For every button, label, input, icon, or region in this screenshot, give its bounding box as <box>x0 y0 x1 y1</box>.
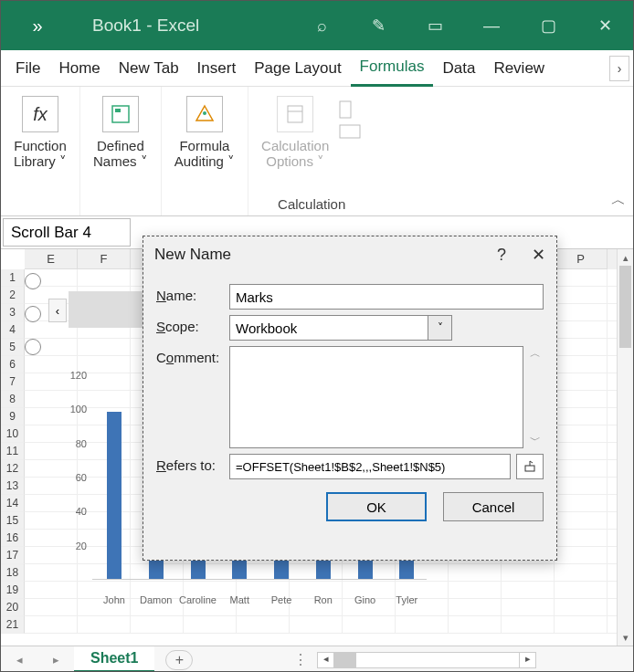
chart-x-label: Tyler <box>386 594 428 605</box>
row-header[interactable]: 8 <box>1 391 25 408</box>
range-selector-button[interactable] <box>516 454 544 479</box>
row-header[interactable]: 16 <box>1 530 25 547</box>
scroll-down-icon[interactable]: ▾ <box>618 629 633 646</box>
help-button[interactable]: ? <box>483 246 520 265</box>
scroll-right-icon[interactable]: ▸ <box>519 653 535 667</box>
ribbon-tab-insert[interactable]: Insert <box>188 51 246 86</box>
ribbon: fx Function Library ˅ Defined Names ˅ Fo… <box>1 87 633 216</box>
ribbon-overflow-button[interactable]: › <box>609 56 629 81</box>
row-header[interactable]: 2 <box>1 287 25 304</box>
chart-y-tick: 20 <box>56 541 87 551</box>
hscroll-thumb[interactable] <box>334 653 356 667</box>
sheet-nav-prev[interactable]: ◂ <box>1 653 37 667</box>
row-header[interactable]: 13 <box>1 478 25 495</box>
calc-now-icon[interactable] <box>334 92 367 173</box>
control-handle[interactable] <box>25 306 41 322</box>
column-header[interactable]: F <box>78 249 131 269</box>
row-header[interactable]: 9 <box>1 408 25 425</box>
row-header[interactable]: 11 <box>1 443 25 460</box>
row-header[interactable]: 7 <box>1 373 25 391</box>
name-label: Name: <box>156 284 229 303</box>
close-dialog-button[interactable]: ✕ <box>520 245 556 265</box>
defined-names-button[interactable]: Defined Names ˅ <box>88 92 153 173</box>
scrollbar-form-control[interactable]: ‹ <box>25 271 125 352</box>
scroll-left-icon[interactable]: ◂ <box>318 653 334 667</box>
maximize-button[interactable]: ▢ <box>520 1 576 50</box>
presentation-mode-icon[interactable]: ▭ <box>407 1 463 50</box>
calculation-options-button[interactable]: Calculation Options ˅ <box>256 92 334 173</box>
row-header[interactable]: 3 <box>1 304 25 321</box>
comment-textarea[interactable] <box>229 346 523 448</box>
svg-rect-1 <box>115 109 121 112</box>
control-handle[interactable] <box>25 273 41 289</box>
chart-y-tick: 60 <box>56 472 87 483</box>
scope-select[interactable]: Workbook ˅ <box>229 315 452 341</box>
row-header[interactable]: 14 <box>1 495 25 512</box>
chart-y-tick: 80 <box>56 438 87 449</box>
ribbon-tab-formulas[interactable]: Formulas <box>351 49 434 87</box>
chart-bar <box>107 412 122 579</box>
ribbon-tab-file[interactable]: File <box>6 51 49 86</box>
ribbon-tabs: FileHomeNew TabInsertPage LayoutFormulas… <box>1 50 633 87</box>
name-input[interactable] <box>229 284 544 310</box>
control-handle[interactable] <box>25 339 41 355</box>
scrollbar-left-arrow[interactable]: ‹ <box>48 299 67 322</box>
textarea-scrollbar[interactable]: ︿﹀ <box>527 346 544 448</box>
row-header[interactable]: 21 <box>1 616 25 634</box>
svg-rect-4 <box>288 106 302 122</box>
calculator-icon <box>277 96 313 132</box>
quick-access-chevron[interactable]: » <box>1 16 74 37</box>
ribbon-tab-review[interactable]: Review <box>484 51 554 86</box>
ribbon-tab-data[interactable]: Data <box>433 51 484 86</box>
refers-to-input[interactable] <box>229 454 511 479</box>
svg-rect-6 <box>340 101 351 118</box>
horizontal-scrollbar[interactable]: ◂ ▸ <box>317 652 536 668</box>
row-header[interactable]: 17 <box>1 547 25 564</box>
row-header[interactable]: 12 <box>1 460 25 478</box>
ok-button[interactable]: OK <box>326 492 427 521</box>
column-header[interactable]: E <box>25 249 78 269</box>
collapse-ribbon-icon[interactable]: ︿ <box>611 191 626 210</box>
scroll-up-icon[interactable]: ▴ <box>618 249 633 266</box>
sheet-tab[interactable]: Sheet1 <box>74 646 154 672</box>
refers-to-label: Refers to: <box>156 454 229 473</box>
sheet-options-icon[interactable]: ⋮ <box>293 651 310 668</box>
chart-x-label: Damon <box>135 594 177 605</box>
row-header[interactable]: 4 <box>1 321 25 339</box>
formula-auditing-button[interactable]: Formula Auditing ˅ <box>169 92 240 173</box>
scrollbar-track[interactable] <box>69 291 151 328</box>
add-sheet-button[interactable]: + <box>165 650 193 670</box>
row-header[interactable]: 18 <box>1 564 25 582</box>
row-header[interactable]: 1 <box>1 269 25 287</box>
ribbon-tab-page-layout[interactable]: Page Layout <box>245 51 350 86</box>
column-header[interactable]: P <box>555 249 608 269</box>
row-header[interactable]: 6 <box>1 356 25 373</box>
chart-x-label: John <box>93 594 135 605</box>
ribbon-tab-new-tab[interactable]: New Tab <box>110 51 188 86</box>
row-header[interactable]: 15 <box>1 512 25 530</box>
function-library-button[interactable]: fx Function Library ˅ <box>8 92 72 173</box>
chart-x-label: Ron <box>302 594 344 605</box>
ribbon-tab-home[interactable]: Home <box>49 51 109 86</box>
row-header[interactable]: 19 <box>1 582 25 599</box>
chart-y-tick: 40 <box>56 506 87 517</box>
scrollbar-thumb[interactable] <box>619 266 631 348</box>
name-box[interactable]: Scroll Bar 4 <box>3 218 131 247</box>
wand-icon[interactable]: ✎ <box>350 1 407 50</box>
vertical-scrollbar[interactable]: ▴ ▾ <box>617 249 633 646</box>
chevron-down-icon[interactable]: ˅ <box>428 316 451 340</box>
app-title: Book1 - Excel <box>74 16 229 36</box>
sheet-nav-next[interactable]: ▸ <box>37 653 74 667</box>
row-header[interactable]: 10 <box>1 425 25 443</box>
minimize-button[interactable]: — <box>463 1 520 50</box>
name-tag-icon <box>102 96 139 132</box>
row-header[interactable]: 5 <box>1 339 25 356</box>
row-header[interactable]: 20 <box>1 599 25 616</box>
search-icon[interactable]: ⌕ <box>293 1 350 50</box>
close-window-button[interactable]: ✕ <box>576 1 633 50</box>
chart-x-label: Gino <box>344 594 386 605</box>
chart-x-label: Matt <box>218 594 260 605</box>
chart-x-label: Pete <box>260 594 302 605</box>
cancel-button[interactable]: Cancel <box>443 492 544 521</box>
row-headers[interactable]: 123456789101112131415161718192021 <box>1 269 25 634</box>
